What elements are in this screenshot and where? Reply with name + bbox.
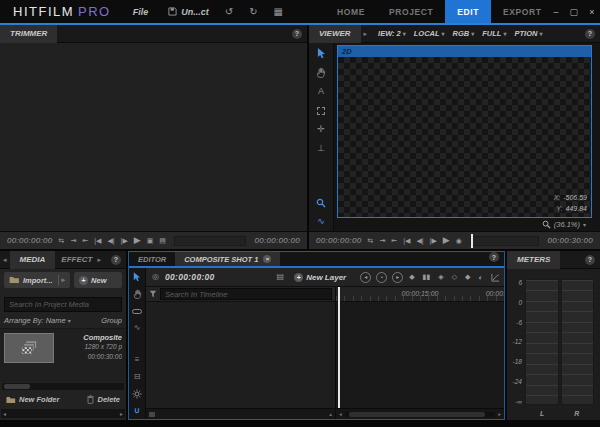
quality-dropdown[interactable]: FULL ▾	[482, 29, 506, 38]
tab-project[interactable]: PROJECT	[377, 0, 445, 23]
tab-overflow-right-icon[interactable]: ▸	[94, 256, 104, 264]
time-display-icon[interactable]: ◎	[152, 273, 159, 281]
trimmer-help-icon[interactable]: ?	[292, 29, 302, 39]
zoom-level-value[interactable]: (36.1%)	[554, 220, 580, 229]
viewer-scrub-bar[interactable]	[470, 236, 540, 246]
maximize-icon[interactable]: ▢	[570, 7, 579, 17]
workspace-grid-icon[interactable]: ▦	[274, 6, 283, 17]
new-folder-button[interactable]: New Folder	[6, 395, 59, 404]
editor-help-icon[interactable]: ?	[489, 252, 499, 262]
track-size-icon[interactable]: ≡	[131, 355, 143, 365]
media-search-input[interactable]	[4, 297, 122, 312]
hand-tool-icon[interactable]	[314, 67, 328, 78]
zoom-tool-icon[interactable]	[314, 197, 328, 208]
go-to-start-icon[interactable]: |◀	[403, 237, 410, 244]
keyframe-manual-icon[interactable]: ◇	[452, 273, 457, 281]
keyframe-hold-icon[interactable]: ▮▮	[423, 273, 431, 281]
tab-effects[interactable]: EFFECT	[55, 251, 94, 269]
tab-meters[interactable]: METERS	[507, 251, 560, 269]
tab-edit[interactable]: EDIT	[445, 0, 491, 23]
step-back-icon[interactable]: ◀|	[416, 237, 423, 244]
channel-dropdown[interactable]: RGB ▾	[453, 29, 475, 38]
tab-viewer[interactable]: VIEWER	[309, 25, 361, 43]
tab-composite-shot[interactable]: COMPOSITE SHOT 1 ×	[175, 252, 280, 266]
track-list-empty[interactable]	[146, 302, 335, 408]
timeline-search-input[interactable]	[160, 288, 332, 300]
transform-tool-icon[interactable]	[314, 105, 328, 116]
new-layer-button[interactable]: + New Layer	[294, 273, 346, 282]
group-by-dropdown[interactable]: Group	[101, 316, 122, 325]
send-to-editor-in-icon[interactable]: ▤	[159, 237, 166, 244]
previous-keyframe-icon[interactable]: ◂	[360, 272, 371, 283]
step-forward-icon[interactable]: |▶	[430, 237, 437, 244]
viewer-help-icon[interactable]: ?	[585, 29, 595, 39]
settings-gear-icon[interactable]	[131, 389, 143, 399]
timeline-ruler[interactable]: 00:00:15:00 00:00:3	[336, 287, 504, 302]
scrollbar-handle[interactable]	[4, 384, 30, 389]
ram-preview-icon[interactable]: ◉	[456, 237, 462, 244]
trimmer-scrub-bar[interactable]	[174, 236, 246, 246]
tab-editor[interactable]: EDITOR	[129, 252, 175, 266]
zoom-handle[interactable]	[149, 412, 155, 417]
keyframe-smooth-icon[interactable]: ◈	[438, 273, 443, 281]
close-icon[interactable]: ×	[589, 7, 594, 17]
arrange-by-dropdown[interactable]: Arrange By: Name	[4, 316, 66, 325]
tab-media[interactable]: MEDIA	[10, 251, 56, 269]
meters-help-icon[interactable]: ?	[585, 255, 595, 265]
editor-current-timecode[interactable]: 00:00:00:00	[165, 272, 215, 282]
scroll-left-arrow-icon[interactable]: ◂	[339, 411, 342, 417]
new-button[interactable]: + New	[74, 272, 122, 288]
media-scrollbar-bottom[interactable]: ◂ ▸	[1, 409, 125, 418]
view-mode-dropdown[interactable]: IEW: 2 ▾	[378, 29, 406, 38]
select-tool-icon[interactable]	[131, 272, 143, 282]
snap-toggle-icon[interactable]: ∪	[131, 406, 143, 416]
scrollbar-track[interactable]	[345, 412, 495, 417]
trimmer-preview-area[interactable]	[0, 43, 307, 231]
timeline-playhead[interactable]	[338, 287, 340, 408]
file-menu[interactable]: File	[133, 7, 149, 17]
timeline-track-area[interactable]	[336, 302, 504, 408]
set-in-point-icon[interactable]: ⇤	[82, 237, 88, 244]
tab-overflow-left-icon[interactable]: ◂	[0, 256, 10, 264]
slip-tool-icon[interactable]	[131, 306, 143, 316]
tab-home[interactable]: HOME	[325, 0, 377, 23]
filter-funnel-icon[interactable]	[149, 290, 157, 298]
minimize-icon[interactable]: –	[554, 7, 559, 17]
send-to-editor-icon[interactable]: ▣	[147, 237, 154, 244]
tab-trimmer[interactable]: TRIMMER	[0, 25, 57, 43]
scroll-right-arrow-icon[interactable]: ▸	[498, 411, 501, 417]
go-to-start-icon[interactable]: |◀	[94, 237, 101, 244]
undo-icon[interactable]: ↺	[225, 6, 233, 17]
tab-overflow-right-icon[interactable]: ▸	[361, 30, 371, 38]
close-tab-icon[interactable]: ×	[263, 255, 271, 263]
anchor-tool-icon[interactable]: ⊥	[314, 143, 328, 154]
keyframe-ease-icon[interactable]: ◐	[478, 274, 482, 281]
add-keyframe-icon[interactable]: •	[376, 272, 387, 283]
play-icon[interactable]: ▶	[443, 236, 450, 245]
select-tool-icon[interactable]	[314, 48, 328, 59]
zoom-chevron-down-icon[interactable]: ▾	[583, 221, 586, 228]
zoom-in-triangle-icon[interactable]: ▴	[329, 411, 332, 417]
slate-icon[interactable]: ▤	[277, 273, 285, 281]
step-forward-icon[interactable]: |▶	[121, 237, 128, 244]
project-save-button[interactable]: Un...ct	[168, 7, 209, 17]
hand-tool-icon[interactable]	[131, 289, 143, 299]
step-back-icon[interactable]: ◀|	[107, 237, 114, 244]
redo-icon[interactable]: ↻	[249, 6, 257, 17]
import-button[interactable]: Import... ▸	[4, 272, 70, 288]
keyframe-auto-icon[interactable]: ◆	[465, 273, 470, 281]
next-keyframe-icon[interactable]: ▸	[392, 272, 403, 283]
tab-export[interactable]: EXPORT	[491, 0, 554, 23]
loop-playback-icon[interactable]: ⇆	[59, 237, 65, 244]
delete-button[interactable]: Delete	[87, 395, 120, 404]
viewer-current-timecode[interactable]: 00:00:00:00	[316, 236, 362, 245]
play-icon[interactable]: ▶	[134, 236, 141, 245]
scroll-right-arrow-icon[interactable]: ▸	[120, 410, 123, 417]
media-help-icon[interactable]: ?	[111, 255, 121, 265]
timeline-scrollbar[interactable]: ◂ ▸	[336, 409, 504, 419]
move-tool-icon[interactable]: ✛	[314, 124, 328, 135]
timeline-zoom-scrollbar[interactable]: ▴	[146, 409, 336, 419]
value-graph-icon[interactable]	[491, 273, 500, 282]
options-dropdown[interactable]: PTION ▾	[514, 29, 542, 38]
media-scrollbar-horizontal[interactable]	[2, 383, 124, 390]
